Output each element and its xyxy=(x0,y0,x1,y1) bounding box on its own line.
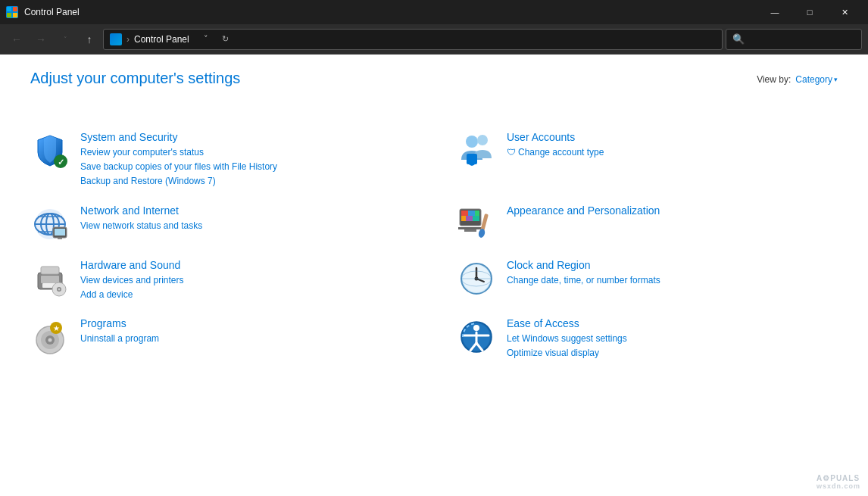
add-device-link[interactable]: Add a device xyxy=(80,288,411,302)
maximize-button[interactable]: □ xyxy=(792,0,827,24)
svg-rect-2 xyxy=(7,13,11,17)
hardware-title[interactable]: Hardware and Sound xyxy=(80,259,411,271)
main-content: Adjust your computer's settings View by:… xyxy=(0,55,868,496)
svg-rect-26 xyxy=(466,216,473,221)
svg-rect-17 xyxy=(55,229,65,236)
svg-text:★: ★ xyxy=(53,324,60,332)
appearance-title[interactable]: Appearance and Personalization xyxy=(507,204,838,217)
svg-rect-24 xyxy=(475,211,479,216)
network-text: Network and Internet View network status… xyxy=(80,204,411,233)
minimize-button[interactable]: — xyxy=(757,0,792,24)
address-text: Control Panel xyxy=(134,34,189,45)
user-accounts-title[interactable]: User Accounts xyxy=(507,131,838,143)
svg-rect-1 xyxy=(13,7,17,11)
search-box[interactable]: 🔍 xyxy=(726,29,862,50)
window-title: Control Panel xyxy=(24,7,80,17)
category-user-accounts: User Accounts 🛡 Change account type xyxy=(457,123,838,197)
svg-rect-25 xyxy=(461,216,466,221)
clock-text: Clock and Region Change date, time, or n… xyxy=(507,259,838,288)
address-separator: › xyxy=(126,34,130,45)
view-by-label: View by: xyxy=(757,74,791,85)
user-accounts-text: User Accounts 🛡 Change account type xyxy=(507,131,838,160)
category-network: Network and Internet View network status… xyxy=(30,197,411,251)
system-security-text: System and Security Review your computer… xyxy=(80,131,411,189)
svg-rect-32 xyxy=(41,267,59,274)
window-controls: — □ ✕ xyxy=(757,0,862,24)
svg-point-29 xyxy=(478,228,486,239)
network-status-link[interactable]: View network status and tasks xyxy=(80,219,411,233)
forward-button[interactable]: → xyxy=(30,29,52,50)
address-bar[interactable]: › Control Panel ˅ ↻ xyxy=(103,29,723,50)
review-status-link[interactable]: Review your computer's status xyxy=(80,145,411,160)
watermark: A⚙PUALS wsxdn.com xyxy=(816,474,860,490)
clock-title[interactable]: Clock and Region xyxy=(507,259,838,271)
appearance-icon xyxy=(457,204,496,244)
suggest-settings-link[interactable]: Let Windows suggest settings xyxy=(507,332,838,346)
hardware-icon xyxy=(30,259,70,298)
titlebar-left: Control Panel xyxy=(6,6,80,18)
svg-rect-23 xyxy=(468,211,475,216)
refresh-button[interactable]: ↻ xyxy=(217,30,235,48)
uninstall-link[interactable]: Uninstall a program xyxy=(80,332,411,346)
category-clock: Clock and Region Change date, time, or n… xyxy=(457,251,838,310)
user-accounts-icon xyxy=(457,131,496,170)
system-security-title[interactable]: System and Security xyxy=(80,131,411,143)
ease-text: Ease of Access Let Windows suggest setti… xyxy=(507,317,838,360)
svg-rect-3 xyxy=(13,13,17,17)
svg-rect-0 xyxy=(7,7,11,11)
programs-icon: ★ xyxy=(30,317,70,357)
hardware-text: Hardware and Sound View devices and prin… xyxy=(80,259,411,302)
content-wrapper: Adjust your computer's settings View by:… xyxy=(30,70,838,368)
svg-point-6 xyxy=(466,136,478,148)
view-by-dropdown[interactable]: Category ▾ xyxy=(795,74,838,85)
category-hardware: Hardware and Sound View devices and prin… xyxy=(30,251,411,310)
clock-icon xyxy=(457,259,496,298)
backup-restore-link[interactable]: Backup and Restore (Windows 7) xyxy=(80,174,411,189)
recent-locations-button[interactable]: ˅ xyxy=(55,29,76,50)
titlebar: Control Panel — □ ✕ xyxy=(0,0,868,24)
svg-point-47 xyxy=(48,338,52,342)
svg-rect-20 xyxy=(458,227,482,229)
svg-rect-27 xyxy=(473,216,479,221)
file-history-link[interactable]: Save backup copies of your files with Fi… xyxy=(80,160,411,174)
back-button[interactable]: ← xyxy=(6,29,27,50)
svg-rect-18 xyxy=(58,238,62,239)
categories-grid: ✓ System and Security Review your comput… xyxy=(30,123,838,368)
view-by-value-text: Category xyxy=(795,74,832,85)
svg-rect-21 xyxy=(464,229,476,232)
search-icon: 🔍 xyxy=(732,33,745,45)
optimize-display-link[interactable]: Optimize visual display xyxy=(507,346,838,360)
address-icon xyxy=(110,33,122,45)
page-heading: Adjust your computer's settings xyxy=(30,70,240,87)
header-row: Adjust your computer's settings View by:… xyxy=(30,70,838,105)
svg-point-36 xyxy=(58,288,61,290)
svg-point-52 xyxy=(473,325,479,331)
svg-rect-31 xyxy=(41,276,59,283)
svg-text:✓: ✓ xyxy=(58,158,64,167)
category-programs: ★ Programs Uninstall a program xyxy=(30,310,411,368)
change-account-type-link[interactable]: 🛡 Change account type xyxy=(507,145,838,160)
category-system-security: ✓ System and Security Review your comput… xyxy=(30,123,411,197)
network-icon xyxy=(30,204,70,244)
address-dropdown-button[interactable]: ˅ xyxy=(197,30,215,48)
close-button[interactable]: ✕ xyxy=(827,0,862,24)
programs-text: Programs Uninstall a program xyxy=(80,317,411,346)
address-controls: ˅ ↻ xyxy=(197,30,235,48)
system-security-icon: ✓ xyxy=(30,131,70,170)
svg-rect-22 xyxy=(461,211,468,216)
date-time-link[interactable]: Change date, time, or number formats xyxy=(507,273,838,288)
programs-title[interactable]: Programs xyxy=(80,317,411,329)
ease-title[interactable]: Ease of Access xyxy=(507,317,838,329)
category-ease: Ease of Access Let Windows suggest setti… xyxy=(457,310,838,368)
addressbar: ← → ˅ ↑ › Control Panel ˅ ↻ 🔍 xyxy=(0,24,868,55)
app-icon xyxy=(6,6,18,18)
devices-printers-link[interactable]: View devices and printers xyxy=(80,273,411,288)
network-title[interactable]: Network and Internet xyxy=(80,204,411,217)
ease-icon xyxy=(457,317,496,357)
appearance-text: Appearance and Personalization xyxy=(507,204,838,219)
up-button[interactable]: ↑ xyxy=(79,29,100,50)
svg-point-7 xyxy=(477,135,488,145)
category-appearance: Appearance and Personalization xyxy=(457,197,838,251)
shield-badge-icon: 🛡 xyxy=(507,145,516,160)
view-by-area: View by: Category ▾ xyxy=(757,74,838,85)
